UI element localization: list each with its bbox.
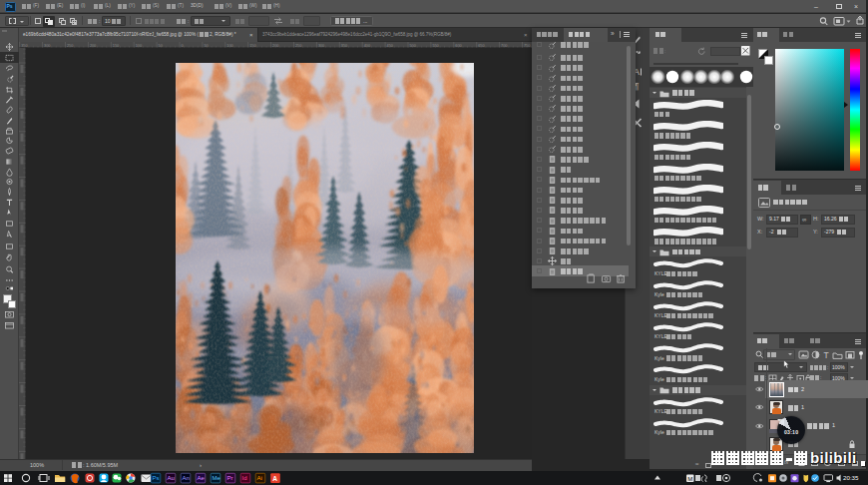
svg-text:Ps: Ps (153, 475, 160, 481)
svg-text:50: 50 (159, 44, 163, 48)
svg-text:Id: Id (242, 475, 247, 481)
svg-text:Ae: Ae (198, 475, 206, 481)
svg-text:Pr: Pr (227, 475, 233, 481)
svg-text:0: 0 (182, 44, 184, 48)
svg-text:T: T (824, 350, 829, 360)
svg-text:Au: Au (168, 475, 175, 481)
svg-text:50: 50 (204, 44, 208, 48)
svg-text:A: A (272, 475, 277, 482)
svg-text:An: An (183, 475, 190, 481)
svg-text:Me: Me (213, 475, 221, 481)
svg-text:Ai: Ai (257, 475, 262, 481)
svg-text:M: M (687, 476, 692, 482)
